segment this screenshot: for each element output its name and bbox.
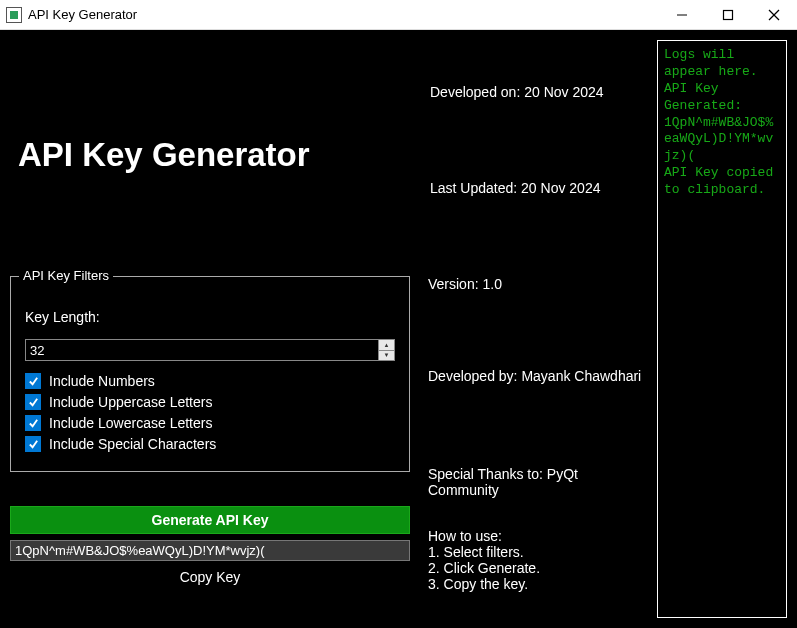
key-length-label: Key Length: <box>25 309 395 325</box>
top-row: API Key Generator Developed on: 20 Nov 2… <box>10 40 649 270</box>
include-numbers-row[interactable]: Include Numbers <box>25 373 395 389</box>
page-title: API Key Generator <box>18 136 310 174</box>
window-title: API Key Generator <box>28 7 659 22</box>
include-special-label: Include Special Characters <box>49 436 216 452</box>
minimize-icon <box>676 9 688 21</box>
key-output[interactable] <box>10 540 410 561</box>
below-row: Generate API Key Copy Key How to use: 1.… <box>10 498 649 592</box>
maximize-button[interactable] <box>705 0 751 30</box>
window-controls <box>659 0 797 30</box>
filters-fieldset: API Key Filters Key Length: ▲ ▼ Include … <box>10 276 410 472</box>
meta-column: Developed on: 20 Nov 2024 Last Updated: … <box>430 40 649 270</box>
logs-line: API Key Generated: 1QpN^m#WB&JO$%eaWQyL)… <box>664 81 780 165</box>
close-button[interactable] <box>751 0 797 30</box>
meta-thanks: Special Thanks to: PyQt Community <box>428 466 649 498</box>
generate-column: Generate API Key Copy Key <box>10 498 410 592</box>
checkbox-checked-icon <box>25 373 41 389</box>
copy-button[interactable]: Copy Key <box>10 569 410 585</box>
howto-title: How to use: <box>428 528 649 544</box>
meta-last-updated: Last Updated: 20 Nov 2024 <box>430 180 649 200</box>
spin-arrows: ▲ ▼ <box>378 340 394 360</box>
window-titlebar: API Key Generator <box>0 0 797 30</box>
meta-version: Version: 1.0 <box>428 276 649 292</box>
include-numbers-label: Include Numbers <box>49 373 155 389</box>
svg-rect-1 <box>724 10 733 19</box>
include-special-row[interactable]: Include Special Characters <box>25 436 395 452</box>
howto-step3: 3. Copy the key. <box>428 576 649 592</box>
logs-panel: Logs will appear here. API Key Generated… <box>657 40 787 618</box>
include-lowercase-row[interactable]: Include Lowercase Letters <box>25 415 395 431</box>
include-lowercase-label: Include Lowercase Letters <box>49 415 212 431</box>
minimize-button[interactable] <box>659 0 705 30</box>
close-icon <box>768 9 780 21</box>
logs-line: API Key copied to clipboard. <box>664 165 780 199</box>
howto-column: How to use: 1. Select filters. 2. Click … <box>428 498 649 592</box>
app-body: API Key Generator Developed on: 20 Nov 2… <box>0 30 797 628</box>
checkbox-checked-icon <box>25 415 41 431</box>
checkbox-checked-icon <box>25 394 41 410</box>
key-length-spinbox[interactable]: ▲ ▼ <box>25 339 395 361</box>
filters-legend: API Key Filters <box>19 268 113 283</box>
howto-step2: 2. Click Generate. <box>428 560 649 576</box>
generate-button[interactable]: Generate API Key <box>10 506 410 534</box>
howto-step1: 1. Select filters. <box>428 544 649 560</box>
spin-up-button[interactable]: ▲ <box>378 340 394 351</box>
include-uppercase-row[interactable]: Include Uppercase Letters <box>25 394 395 410</box>
title-area: API Key Generator <box>10 40 420 270</box>
key-length-input[interactable] <box>26 340 378 360</box>
meta-developed-by: Developed by: Mayank Chawdhari <box>428 368 649 384</box>
app-icon <box>6 7 22 23</box>
logs-line: Logs will appear here. <box>664 47 780 81</box>
meta-developed-on: Developed on: 20 Nov 2024 <box>430 84 649 104</box>
checkbox-checked-icon <box>25 436 41 452</box>
spin-down-button[interactable]: ▼ <box>378 351 394 361</box>
maximize-icon <box>722 9 734 21</box>
include-uppercase-label: Include Uppercase Letters <box>49 394 212 410</box>
main-column: API Key Generator Developed on: 20 Nov 2… <box>10 40 649 618</box>
